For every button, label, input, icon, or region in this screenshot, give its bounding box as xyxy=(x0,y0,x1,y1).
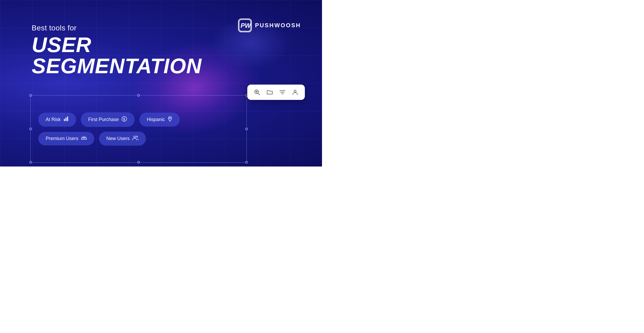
subtitle: Best tools for xyxy=(32,24,306,32)
segment-pill-first-purchase[interactable]: First Purchase $ xyxy=(81,112,135,127)
main-title-line2: SEGMENTATION xyxy=(32,56,306,77)
svg-text:$: $ xyxy=(123,117,125,121)
pills-row-1: At Risk First Purchase xyxy=(38,112,239,127)
main-title-line1: USER xyxy=(32,34,306,56)
toolbar-box xyxy=(247,85,305,100)
svg-rect-2 xyxy=(64,119,65,121)
dollar-icon: $ xyxy=(121,116,127,123)
segment-pills: At Risk First Purchase xyxy=(30,95,247,163)
heading-section: Best tools for USER SEGMENTATION xyxy=(32,24,306,77)
svg-line-11 xyxy=(258,93,260,95)
scene: PW PUSHWOOSH Best tools for USER SEGMENT… xyxy=(0,0,322,166)
svg-point-9 xyxy=(136,136,138,137)
segment-pill-hispanic[interactable]: Hispanic xyxy=(139,113,180,127)
premium-users-label: Premium Users xyxy=(46,136,78,141)
folder-icon[interactable] xyxy=(266,89,273,96)
svg-rect-4 xyxy=(67,117,68,121)
svg-point-7 xyxy=(169,117,171,118)
hispanic-label: Hispanic xyxy=(147,117,165,122)
at-risk-label: At Risk xyxy=(46,117,61,122)
pills-row-2: Premium Users New Users xyxy=(38,132,239,146)
first-purchase-label: First Purchase xyxy=(88,117,119,122)
segment-container: At Risk First Purchase xyxy=(30,95,247,163)
bar-chart-icon xyxy=(63,116,69,123)
crown-icon xyxy=(81,136,87,142)
svg-rect-3 xyxy=(65,118,67,121)
svg-point-17 xyxy=(294,90,296,92)
location-icon xyxy=(168,116,172,123)
segment-pill-new-users[interactable]: New Users xyxy=(99,132,146,146)
svg-point-8 xyxy=(134,136,136,138)
users-icon xyxy=(132,135,139,142)
main-title: USER SEGMENTATION xyxy=(32,34,306,77)
zoom-in-icon[interactable] xyxy=(254,89,261,96)
segment-pill-at-risk[interactable]: At Risk xyxy=(38,113,76,127)
new-users-label: New Users xyxy=(106,136,130,141)
filter-icon[interactable] xyxy=(279,89,286,96)
person-icon[interactable] xyxy=(292,89,299,96)
segment-pill-premium-users[interactable]: Premium Users xyxy=(38,132,94,145)
